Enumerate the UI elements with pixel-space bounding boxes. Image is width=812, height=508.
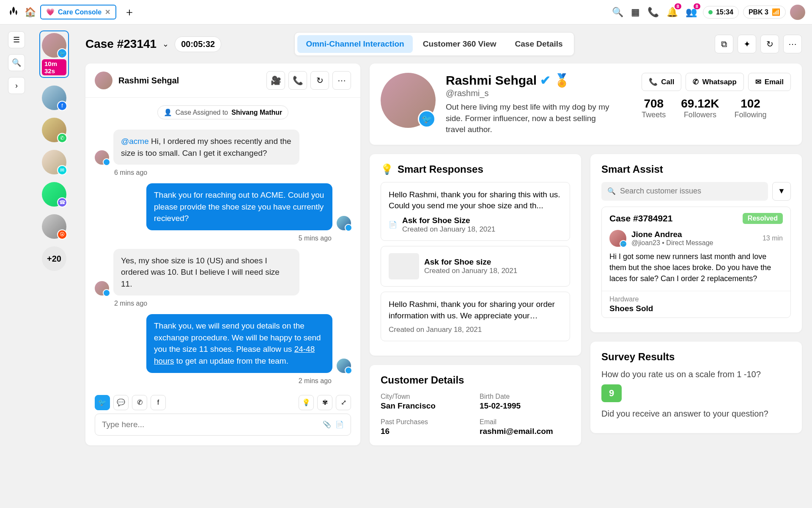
bell-icon[interactable]: 🔔8 bbox=[665, 5, 680, 19]
video-icon[interactable]: 🎥 bbox=[266, 71, 285, 90]
queue-item[interactable]: ✉ bbox=[39, 150, 69, 174]
home-icon[interactable]: 🏠 bbox=[25, 7, 36, 18]
chat-panel: Rashmi Sehgal 🎥 📞 ↻ ⋯ 👤 Case Assigned to… bbox=[85, 64, 360, 445]
whatsapp-icon: ✆ bbox=[693, 77, 699, 86]
status-badge: Resolved bbox=[743, 213, 783, 224]
queue-timer: 10m 32s bbox=[42, 59, 66, 75]
close-icon[interactable]: ✕ bbox=[105, 8, 110, 16]
detail-label: Birth Date bbox=[480, 393, 570, 400]
assigned-name: Shivang Mathur bbox=[231, 109, 282, 116]
chat-refresh-icon[interactable]: ↻ bbox=[310, 71, 329, 90]
assist-handle: @jioan23 • Direct Message bbox=[631, 239, 713, 247]
response-card[interactable]: Hello Rashmi, thank you for sharing your… bbox=[381, 292, 570, 341]
queue-item-active[interactable]: 🐦 10m 32s bbox=[39, 30, 69, 78]
response-card[interactable]: Hello Rashmi, thank you for sharing this… bbox=[381, 182, 570, 241]
assist-case-card[interactable]: Case #3784921 Resolved 🐦 Jione Andrea @j… bbox=[601, 207, 791, 318]
profile-bio: Out here living my best life with my dog… bbox=[446, 102, 615, 135]
phone-icon[interactable]: 📞 bbox=[646, 5, 661, 19]
filter-icon[interactable]: ▼ bbox=[772, 182, 791, 201]
search-box[interactable]: 🔍 bbox=[601, 182, 768, 201]
tweets-label: Tweets bbox=[642, 110, 666, 119]
workspace-tab-care-console[interactable]: 💗 Care Console ✕ bbox=[40, 5, 116, 19]
msg-time: 2 mins ago bbox=[85, 298, 360, 312]
wifi-icon: 📶 bbox=[772, 8, 780, 16]
email-button[interactable]: ✉Email bbox=[748, 73, 791, 91]
outgoing-message: Thank you for reaching out to ACME. Coul… bbox=[146, 183, 332, 230]
response-text: Hello Rashmi, thank you for sharing your… bbox=[389, 299, 562, 321]
chat-more-icon[interactable]: ⋯ bbox=[332, 71, 351, 90]
incoming-message: @acme Hi, I ordered my shoes recently an… bbox=[113, 130, 299, 165]
mention: @acme bbox=[121, 137, 149, 146]
call-button[interactable]: 📞Call bbox=[642, 73, 681, 91]
channel-sms[interactable]: 💬 bbox=[113, 395, 129, 410]
search-icon[interactable]: 🔍 bbox=[610, 5, 625, 19]
add-tab-button[interactable]: ＋ bbox=[124, 5, 135, 19]
heart-icon: 💗 bbox=[46, 8, 55, 16]
apps-icon[interactable]: ▦ bbox=[629, 5, 642, 19]
msg-time: 5 mins ago bbox=[85, 233, 360, 246]
tab-omni-channel[interactable]: Omni-Channel Interaction bbox=[297, 35, 412, 53]
chevron-down-icon[interactable]: ⌄ bbox=[162, 39, 169, 49]
twitter-icon: 🐦 bbox=[57, 48, 67, 58]
tab-customer-360[interactable]: Customer 360 View bbox=[414, 35, 505, 53]
user-avatar[interactable] bbox=[790, 5, 805, 20]
profile-panel: 🐦 Rashmi Sehgal✔🏅 @rashmi_s Out here liv… bbox=[370, 64, 802, 145]
mail-icon: ✉ bbox=[755, 77, 761, 86]
clock-pill[interactable]: 15:34 bbox=[703, 6, 739, 19]
expand-composer-icon[interactable]: ⤢ bbox=[336, 395, 351, 410]
outgoing-message: Thank you, we will send you details on t… bbox=[146, 314, 332, 373]
channel-facebook[interactable]: f bbox=[151, 395, 166, 410]
network-pill[interactable]: PBK 3 📶 bbox=[743, 6, 786, 19]
detail-value: 16 bbox=[381, 427, 471, 436]
suggest-icon[interactable]: 💡 bbox=[299, 395, 314, 410]
viber-icon: ☎ bbox=[57, 197, 67, 207]
survey-question: How do you rate us on a scale from 1 -10… bbox=[601, 370, 791, 379]
twitter-icon: 🐦 bbox=[418, 110, 436, 128]
response-card[interactable]: Ask for Shoe sizeCreated on January 18, … bbox=[381, 246, 570, 287]
assist-message: Hi I got some new runners last month and… bbox=[609, 251, 783, 284]
assist-category: Hardware bbox=[609, 295, 783, 303]
menu-icon[interactable]: ☰ bbox=[8, 31, 25, 48]
expand-icon[interactable]: › bbox=[8, 77, 25, 94]
followers-count: 69.12K bbox=[681, 97, 719, 110]
queue-item[interactable]: ☎ bbox=[39, 182, 69, 207]
queue-more-count[interactable]: +20 bbox=[42, 246, 66, 271]
refresh-icon[interactable]: ↻ bbox=[760, 35, 779, 53]
call-icon[interactable]: 📞 bbox=[288, 71, 307, 90]
queue-item[interactable]: ✆ bbox=[39, 118, 69, 142]
network-label: PBK 3 bbox=[749, 8, 768, 16]
facebook-icon: f bbox=[57, 101, 67, 111]
brand-icon[interactable]: ✾ bbox=[317, 395, 332, 410]
rail-search-icon[interactable]: 🔍 bbox=[8, 54, 25, 71]
response-text: Hello Rashmi, thank you for sharing this… bbox=[389, 189, 562, 212]
panel-title: Smart Responses bbox=[398, 163, 483, 175]
user-icon: 👤 bbox=[164, 108, 172, 116]
smart-responses-panel: 💡Smart Responses Hello Rashmi, thank you… bbox=[370, 154, 581, 356]
phone-icon: 📞 bbox=[649, 77, 658, 86]
assist-user: Jione Andrea bbox=[631, 230, 713, 239]
survey-question: Did you receive an answer to your questi… bbox=[601, 409, 791, 419]
detail-value: 15-02-1995 bbox=[480, 401, 570, 411]
assist-search-input[interactable] bbox=[620, 187, 762, 196]
whatsapp-button[interactable]: ✆Whatsapp bbox=[686, 73, 743, 91]
tab-case-details[interactable]: Case Details bbox=[507, 35, 571, 53]
group-badge: 8 bbox=[694, 3, 700, 9]
assist-case-id: Case #3784921 bbox=[609, 213, 672, 224]
brand-logo bbox=[7, 6, 20, 19]
template-icon[interactable]: 📄 bbox=[335, 420, 344, 428]
more-icon[interactable]: ⋯ bbox=[783, 35, 802, 53]
attach-icon[interactable]: 📎 bbox=[323, 420, 331, 428]
message-input[interactable] bbox=[102, 420, 318, 429]
magic-icon[interactable]: ✦ bbox=[738, 35, 756, 53]
channel-whatsapp[interactable]: ✆ bbox=[132, 395, 147, 410]
layout-icon[interactable]: ⧉ bbox=[715, 35, 733, 53]
profile-avatar: 🐦 bbox=[381, 73, 436, 128]
msg-time: 2 mins ago bbox=[85, 375, 360, 389]
channel-twitter[interactable]: 🐦 bbox=[95, 395, 110, 410]
group-icon[interactable]: 👥8 bbox=[684, 5, 699, 19]
agent-avatar bbox=[337, 359, 351, 373]
whatsapp-icon: ✆ bbox=[57, 133, 67, 143]
response-title: Ask for Shoe Size bbox=[402, 216, 495, 225]
queue-item[interactable]: f bbox=[39, 86, 69, 110]
queue-item[interactable]: ⦿ bbox=[39, 214, 69, 239]
